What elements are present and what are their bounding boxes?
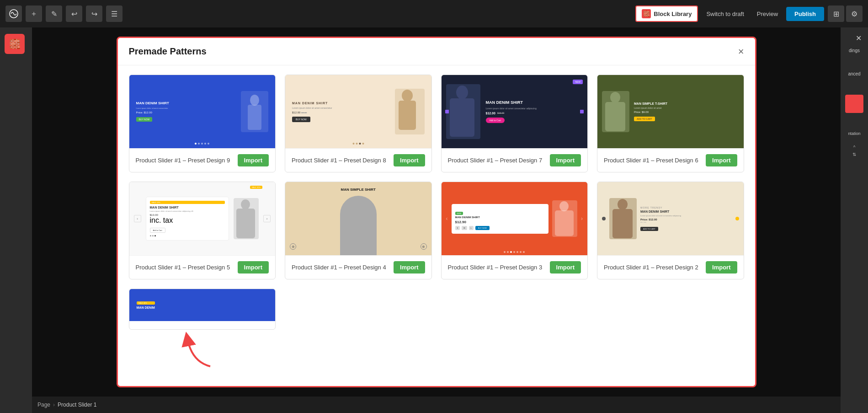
modal-title: Premade Patterns (129, 46, 207, 57)
pattern-7-footer: Product Slider #1 – Preset Design 7 Impo… (442, 148, 588, 172)
preview-9-dots (195, 143, 209, 145)
import-button-9[interactable]: Import (238, 154, 269, 166)
pattern-3-name: Product Slider #1 – Preset Design 3 (448, 264, 543, 271)
pattern-preview-3: ‹ NEW MAN DENIM SHIRT $12.90 SML BUY NOW (442, 182, 588, 255)
right-sidebar-advanced: anced (845, 71, 863, 76)
preview-7-img (446, 84, 480, 139)
pattern-card-6: MAN SIMPLE T-SHIRT Lorem ipsum dolor sit… (597, 75, 744, 172)
right-sidebar-headings: dings (845, 48, 863, 53)
edit-button[interactable]: ✎ (46, 5, 62, 22)
svg-point-13 (618, 199, 628, 210)
pattern-4-name: Product Slider #1 – Preset Design 4 (292, 264, 386, 271)
pattern-5-footer: Product Slider #1 – Preset Design 5 Impo… (129, 255, 276, 279)
import-button-6[interactable]: Import (706, 154, 737, 166)
pattern-9-footer: Product Slider #1 – Preset Design 9 Impo… (129, 148, 276, 172)
preview-5-img (234, 198, 259, 239)
breadcrumb-page[interactable]: Page (37, 402, 50, 408)
pattern-preview-4: MAN SIMPLE SHIRT ⊕ ⊕ (285, 182, 431, 255)
preview-2-img (609, 198, 637, 239)
right-sidebar-close[interactable]: ✕ (845, 34, 863, 43)
preview-8-text: MAN DENIM SHIRT Lorem ipsum dolor sit am… (292, 102, 390, 122)
svg-point-9 (241, 199, 250, 209)
pattern-preview-5: ‹ SALE 10% MAN DENIM SHIRT Lorem ipsum d… (129, 182, 276, 255)
preview-3-img (552, 200, 577, 237)
pattern-card-9: MAN DENIM SHIRT Lorem ipsum dolor sit am… (129, 75, 276, 172)
preview-5-inner: SALE 10% MAN DENIM SHIRT Lorem ipsum dol… (146, 197, 229, 241)
import-button-3[interactable]: Import (550, 261, 581, 274)
right-sidebar-chevron-up[interactable]: ^ (845, 145, 863, 150)
preview-7-dots-r (580, 110, 584, 113)
preview-3-card: NEW MAN DENIM SHIRT $12.90 SML BUY NOW (452, 204, 549, 234)
preview-4-nav-left: ⊕ (290, 243, 296, 250)
modal-close-button[interactable]: × (738, 47, 744, 57)
toolbar-right-icons: ⊞ ⚙ (828, 5, 863, 22)
pattern-8-footer: Product Slider #1 – Preset Design 8 Impo… (285, 148, 431, 172)
preview-5-badge: SALE 30% (250, 186, 262, 189)
preview-2-dot-left (602, 217, 606, 220)
pattern-bottom-badge: SALE 40% (137, 301, 155, 305)
preview-7-badge: NEW (573, 80, 583, 84)
add-block-button[interactable]: ＋ (26, 5, 42, 22)
block-library-label: Block Library (654, 11, 692, 17)
svg-rect-4 (399, 101, 416, 130)
svg-point-7 (610, 92, 620, 103)
preview-7-dots-l (445, 110, 449, 113)
switch-draft-button[interactable]: Switch to draft (702, 8, 748, 20)
view-toggle-button[interactable]: ⊞ (828, 5, 844, 22)
undo-button[interactable]: ↩ (66, 5, 82, 22)
pattern-4-title-area: MAN SIMPLE SHIRT (285, 188, 431, 192)
preview-3-dots (504, 251, 525, 253)
pattern-preview-7: MAN DENIM SHIRT Lorem ipsum dolor sit am… (442, 75, 588, 148)
pattern-preview-8: MAN DENIM SHIRT Lorem ipsum dolor sit am… (285, 75, 431, 148)
svg-point-5 (456, 86, 468, 99)
import-button-8[interactable]: Import (394, 154, 425, 166)
right-sidebar-arrows[interactable]: ⇅ (845, 152, 863, 157)
pattern-6-footer: Product Slider #1 – Preset Design 6 Impo… (597, 148, 744, 172)
breadcrumb-separator: › (53, 402, 55, 408)
pattern-card-5: ‹ SALE 10% MAN DENIM SHIRT Lorem ipsum d… (129, 182, 276, 279)
svg-rect-12 (555, 210, 574, 236)
pattern-card-bottom: SALE 40% MAN DENIM (129, 289, 276, 330)
preview-4-nav-right: ⊕ (421, 243, 427, 250)
modal-header: Premade Patterns × (118, 38, 755, 65)
wp-logo[interactable] (5, 5, 22, 22)
pattern-2-name: Product Slider #1 – Preset Design 2 (604, 264, 698, 271)
svg-rect-8 (605, 102, 625, 131)
preview-3-left-arrow: ‹ (446, 215, 448, 222)
preview-4-silhouette (340, 196, 377, 255)
modal-overlay: Premade Patterns × MAN DENIM SHIRT Lorem… (32, 27, 841, 397)
import-button-4[interactable]: Import (394, 261, 425, 274)
import-button-7[interactable]: Import (550, 154, 581, 166)
import-button-5[interactable]: Import (238, 261, 269, 274)
right-sidebar: ✕ dings anced ntation ^ ⇅ (841, 27, 868, 413)
block-library-sidebar-icon: 🧱 (5, 34, 25, 54)
pattern-card-8: MAN DENIM SHIRT Lorem ipsum dolor sit am… (285, 75, 432, 172)
block-library-button[interactable]: 🧱 Block Library (635, 5, 698, 22)
pattern-preview-2: WORE TRENDY MAN DENIM SHIRT Lorem ipsum … (597, 182, 744, 255)
pattern-card-7: MAN DENIM SHIRT Lorem ipsum dolor sit am… (441, 75, 588, 172)
preview-6-text: MAN SIMPLE T-SHIRT Lorem ipsum dolor sit… (634, 102, 739, 122)
right-sidebar-presentation: ntation (845, 131, 863, 136)
preview-9-img (241, 91, 268, 132)
preview-8-dots (352, 143, 364, 145)
pattern-3-footer: Product Slider #1 – Preset Design 3 Impo… (442, 255, 588, 279)
pattern-7-name: Product Slider #1 – Preset Design 7 (448, 157, 543, 164)
preview-3-right-arrow: › (581, 215, 583, 222)
preview-button[interactable]: Preview (752, 8, 783, 20)
import-button-2[interactable]: Import (706, 261, 737, 274)
publish-button[interactable]: Publish (786, 7, 824, 21)
pattern-preview-9: MAN DENIM SHIRT Lorem ipsum dolor sit am… (129, 75, 276, 148)
preview-6-img (602, 91, 629, 132)
pattern-5-name: Product Slider #1 – Preset Design 5 (136, 264, 230, 271)
pattern-4-footer: Product Slider #1 – Preset Design 4 Impo… (285, 255, 431, 279)
pattern-9-name: Product Slider #1 – Preset Design 9 (136, 157, 230, 164)
preview-2-text: WORE TRENDY MAN DENIM SHIRT Lorem ipsum … (640, 206, 732, 231)
modal-body[interactable]: MAN DENIM SHIRT Lorem ipsum dolor sit am… (118, 65, 755, 386)
settings-button[interactable]: ⚙ (846, 5, 863, 22)
top-toolbar: ＋ ✎ ↩ ↪ ☰ 🧱 Block Library Switch to draf… (0, 0, 868, 27)
pattern-bottom-content: SALE 40% MAN DENIM (133, 298, 159, 313)
menu-button[interactable]: ☰ (106, 5, 122, 22)
redo-button[interactable]: ↪ (86, 5, 102, 22)
svg-rect-14 (612, 209, 633, 238)
preview-5-nav-right: › (263, 215, 271, 222)
